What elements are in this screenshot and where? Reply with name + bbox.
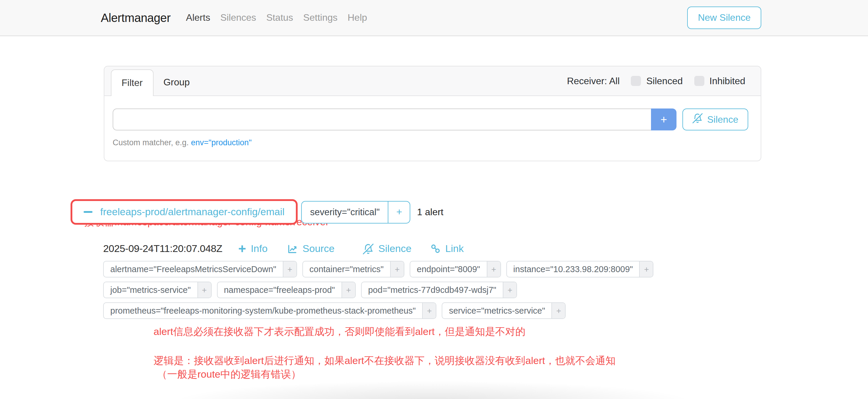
alert-count: 1 alert [417,207,443,217]
nav-item-settings[interactable]: Settings [303,12,338,23]
inhibited-checkbox[interactable] [694,76,704,86]
label-service[interactable]: service="metrics-service"+ [442,302,566,319]
annotation-line3: （一般是route中的逻辑有错误） [157,368,301,381]
app-title: Alertmanager [101,11,170,25]
annotation-line1: alert信息必须在接收器下才表示配置成功，否则即使能看到alert，但是通知是… [154,325,525,339]
helper-text: Custom matcher, e.g. [113,138,189,147]
bell-slash-icon [692,113,703,126]
inhibited-label[interactable]: Inhibited [709,75,745,86]
nav-item-silences[interactable]: Silences [220,12,256,23]
label-add-button[interactable]: + [503,282,517,298]
receiver-group-name: freeleaps-prod/alertmanager-config/email [100,206,285,218]
label-add-button[interactable]: + [283,262,297,277]
label-alertname[interactable]: alertname="FreeleapsMetricsServiceDown"+ [103,261,297,277]
nav-item-help[interactable]: Help [347,12,367,23]
label-container[interactable]: container="metrics"+ [302,261,404,277]
info-link[interactable]: Info [238,243,268,255]
filter-card: Filter Group Receiver: All Silenced Inhi… [104,66,761,161]
label-add-button[interactable]: + [390,262,404,277]
minus-icon [84,211,92,213]
alert-header-row: 2025-09-24T11:20:07.048Z Info Source [103,241,464,256]
label-add-button[interactable]: + [552,303,565,318]
chart-icon [287,243,298,254]
bell-slash-icon [363,243,374,254]
matcher-input-group: + Silence [113,109,748,130]
alert-link-label: Link [445,243,464,255]
page: Alertmanager Alerts Silences Status Sett… [0,0,868,399]
nav-links: Alerts Silences Status Settings Help [186,12,367,23]
label-add-button[interactable]: + [422,303,436,318]
source-link[interactable]: Source [287,243,335,255]
link-icon [430,244,440,254]
label-namespace[interactable]: namespace="freeleaps-prod"+ [217,282,355,298]
silence-link[interactable]: Silence [363,243,411,255]
label-endpoint[interactable]: endpoint="8009"+ [410,261,501,277]
label-row: prometheus="freeleaps-monitoring-system/… [103,302,654,319]
severity-matcher-add-button[interactable]: + [388,201,410,223]
matcher-helper: Custom matcher, e.g. env="production" [113,138,748,147]
silenced-checkbox[interactable] [631,76,641,86]
receiver-group-row: freeleaps-prod/alertmanager-config/email… [70,199,443,225]
silence-link-label: Silence [378,243,411,255]
add-matcher-button[interactable]: + [651,109,677,130]
silenced-label[interactable]: Silenced [646,75,683,86]
receiver-filter-dropdown[interactable]: Receiver: All [567,75,620,86]
annotation-line2: 逻辑是：接收器收到alert后进行通知，如果alert不在接收器下，说明接收器没… [154,354,615,368]
label-row: job="metrics-service"+ namespace="freele… [103,282,654,298]
alert-link[interactable]: Link [430,243,464,255]
new-silence-button[interactable]: New Silence [687,6,761,29]
label-job[interactable]: job="metrics-service"+ [103,282,211,298]
label-instance[interactable]: instance="10.233.98.209:8009"+ [506,261,654,277]
main-content: Filter Group Receiver: All Silenced Inhi… [0,36,868,399]
filter-card-header: Filter Group Receiver: All Silenced Inhi… [104,66,761,96]
plus-icon [238,245,246,252]
info-link-label: Info [251,243,268,255]
filter-card-body: + Silence [104,96,761,147]
severity-matcher-label[interactable]: severity="critical" [302,201,388,223]
label-add-button[interactable]: + [640,262,653,277]
label-add-button[interactable]: + [197,282,211,298]
matcher-example-link[interactable]: env="production" [191,138,252,147]
matcher-input[interactable] [113,109,651,130]
nav-item-alerts[interactable]: Alerts [186,12,210,23]
label-prometheus[interactable]: prometheus="freeleaps-monitoring-system/… [103,302,436,319]
silence-filter-label: Silence [707,114,739,125]
label-add-button[interactable]: + [342,282,355,298]
label-pod[interactable]: pod="metrics-77d9cdb497-wdsj7"+ [361,282,517,298]
silence-filter-button[interactable]: Silence [682,109,748,130]
navbar: Alertmanager Alerts Silences Status Sett… [0,0,868,36]
filter-options: Receiver: All Silenced Inhibited [567,66,745,95]
receiver-group-button[interactable]: freeleaps-prod/alertmanager-config/email [70,199,298,225]
bottom-shadow [178,381,688,399]
nav-item-status[interactable]: Status [266,12,293,23]
alert-labels: alertname="FreeleapsMetricsServiceDown"+… [103,261,654,323]
label-row: alertname="FreeleapsMetricsServiceDown"+… [103,261,654,277]
alert-timestamp: 2025-09-24T11:20:07.048Z [103,243,222,255]
severity-matcher-chip: severity="critical" + [301,201,410,223]
label-add-button[interactable]: + [487,262,500,277]
source-link-label: Source [303,243,335,255]
tab-group[interactable]: Group [153,69,200,95]
tab-filter[interactable]: Filter [111,69,153,96]
